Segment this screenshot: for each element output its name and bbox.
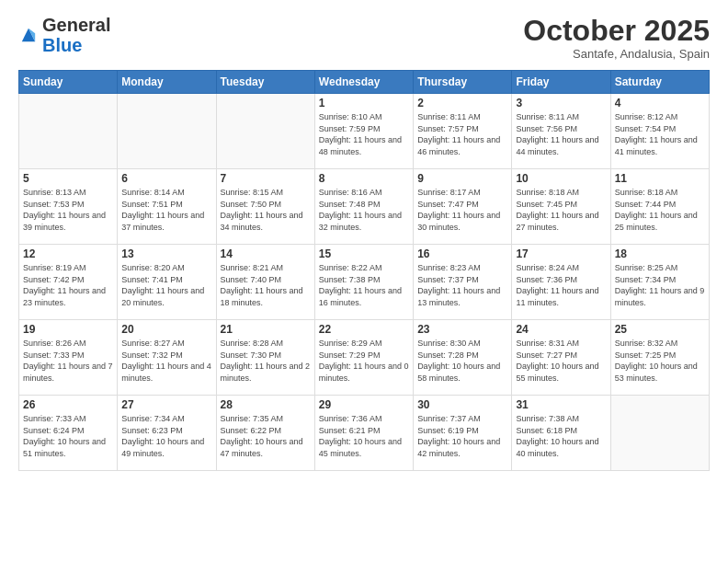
day-number: 29 — [319, 398, 409, 411]
logo-general: General — [42, 15, 110, 35]
calendar-week-row: 26Sunrise: 7:33 AMSunset: 6:24 PMDayligh… — [19, 396, 710, 471]
page: General Blue October 2025 Santafe, Andal… — [0, 0, 728, 563]
day-number: 23 — [417, 323, 507, 336]
table-row: 7Sunrise: 8:15 AMSunset: 7:50 PMDaylight… — [216, 169, 314, 245]
header-thursday: Thursday — [414, 71, 512, 94]
calendar-week-row: 19Sunrise: 8:26 AMSunset: 7:33 PMDayligh… — [19, 320, 710, 396]
day-info: Sunrise: 8:27 AMSunset: 7:32 PMDaylight:… — [121, 338, 211, 384]
day-info: Sunrise: 8:18 AMSunset: 7:45 PMDaylight:… — [516, 187, 606, 233]
table-row: 23Sunrise: 8:30 AMSunset: 7:28 PMDayligh… — [414, 320, 512, 396]
day-number: 14 — [221, 247, 311, 260]
day-info: Sunrise: 8:16 AMSunset: 7:48 PMDaylight:… — [319, 187, 409, 233]
day-number: 16 — [417, 247, 507, 260]
table-row: 26Sunrise: 7:33 AMSunset: 6:24 PMDayligh… — [19, 396, 118, 471]
table-row: 31Sunrise: 7:38 AMSunset: 6:18 PMDayligh… — [512, 396, 610, 471]
day-number: 20 — [121, 323, 211, 336]
table-row: 12Sunrise: 8:19 AMSunset: 7:42 PMDayligh… — [19, 245, 118, 320]
table-row: 17Sunrise: 8:24 AMSunset: 7:36 PMDayligh… — [512, 245, 610, 320]
table-row: 5Sunrise: 8:13 AMSunset: 7:53 PMDaylight… — [19, 169, 118, 245]
day-number: 7 — [221, 172, 311, 185]
day-info: Sunrise: 8:31 AMSunset: 7:27 PMDaylight:… — [516, 338, 606, 384]
table-row: 21Sunrise: 8:28 AMSunset: 7:30 PMDayligh… — [216, 320, 314, 396]
logo-icon — [20, 25, 37, 45]
day-number: 9 — [417, 172, 507, 185]
day-number: 19 — [23, 323, 113, 336]
table-row: 20Sunrise: 8:27 AMSunset: 7:32 PMDayligh… — [118, 320, 216, 396]
day-info: Sunrise: 8:24 AMSunset: 7:36 PMDaylight:… — [516, 262, 606, 308]
day-number: 4 — [615, 97, 705, 109]
table-row: 19Sunrise: 8:26 AMSunset: 7:33 PMDayligh… — [19, 320, 118, 396]
day-info: Sunrise: 8:11 AMSunset: 7:57 PMDaylight:… — [417, 111, 507, 157]
day-number: 2 — [417, 97, 507, 109]
day-info: Sunrise: 8:28 AMSunset: 7:30 PMDaylight:… — [221, 338, 311, 384]
day-info: Sunrise: 7:35 AMSunset: 6:22 PMDaylight:… — [221, 413, 311, 459]
table-row: 18Sunrise: 8:25 AMSunset: 7:34 PMDayligh… — [610, 245, 709, 320]
day-number: 26 — [23, 398, 113, 411]
day-info: Sunrise: 8:18 AMSunset: 7:44 PMDaylight:… — [615, 187, 705, 233]
day-info: Sunrise: 7:38 AMSunset: 6:18 PMDaylight:… — [516, 413, 606, 459]
day-number: 6 — [121, 172, 211, 185]
table-row: 9Sunrise: 8:17 AMSunset: 7:47 PMDaylight… — [414, 169, 512, 245]
day-info: Sunrise: 8:10 AMSunset: 7:59 PMDaylight:… — [319, 111, 409, 157]
calendar-week-row: 1Sunrise: 8:10 AMSunset: 7:59 PMDaylight… — [19, 94, 710, 169]
day-number: 31 — [516, 398, 606, 411]
table-row: 4Sunrise: 8:12 AMSunset: 7:54 PMDaylight… — [610, 94, 709, 169]
header-tuesday: Tuesday — [216, 71, 314, 94]
day-info: Sunrise: 8:14 AMSunset: 7:51 PMDaylight:… — [121, 187, 211, 233]
day-info: Sunrise: 8:21 AMSunset: 7:40 PMDaylight:… — [221, 262, 311, 308]
header-monday: Monday — [118, 71, 216, 94]
day-number: 21 — [221, 323, 311, 336]
day-number: 28 — [221, 398, 311, 411]
day-number: 18 — [615, 247, 705, 260]
header-friday: Friday — [512, 71, 610, 94]
table-row: 22Sunrise: 8:29 AMSunset: 7:29 PMDayligh… — [314, 320, 413, 396]
calendar-week-row: 12Sunrise: 8:19 AMSunset: 7:42 PMDayligh… — [19, 245, 710, 320]
table-row: 25Sunrise: 8:32 AMSunset: 7:25 PMDayligh… — [610, 320, 709, 396]
table-row: 14Sunrise: 8:21 AMSunset: 7:40 PMDayligh… — [216, 245, 314, 320]
table-row: 16Sunrise: 8:23 AMSunset: 7:37 PMDayligh… — [414, 245, 512, 320]
title-area: October 2025 Santafe, Andalusia, Spain — [523, 15, 710, 61]
day-number: 15 — [319, 247, 409, 260]
calendar-table: Sunday Monday Tuesday Wednesday Thursday… — [18, 70, 710, 471]
day-number: 1 — [319, 97, 409, 109]
day-info: Sunrise: 7:34 AMSunset: 6:23 PMDaylight:… — [121, 413, 211, 459]
table-row: 1Sunrise: 8:10 AMSunset: 7:59 PMDaylight… — [314, 94, 413, 169]
day-number: 3 — [516, 97, 606, 109]
table-row — [216, 94, 314, 169]
day-info: Sunrise: 8:11 AMSunset: 7:56 PMDaylight:… — [516, 111, 606, 157]
day-info: Sunrise: 8:32 AMSunset: 7:25 PMDaylight:… — [615, 338, 705, 384]
day-number: 22 — [319, 323, 409, 336]
day-info: Sunrise: 8:22 AMSunset: 7:38 PMDaylight:… — [319, 262, 409, 308]
table-row: 27Sunrise: 7:34 AMSunset: 6:23 PMDayligh… — [118, 396, 216, 471]
header-sunday: Sunday — [19, 71, 118, 94]
day-number: 25 — [615, 323, 705, 336]
subtitle: Santafe, Andalusia, Spain — [523, 47, 710, 61]
day-number: 10 — [516, 172, 606, 185]
day-number: 5 — [23, 172, 113, 185]
day-info: Sunrise: 8:13 AMSunset: 7:53 PMDaylight:… — [23, 187, 113, 233]
table-row: 11Sunrise: 8:18 AMSunset: 7:44 PMDayligh… — [610, 169, 709, 245]
table-row: 2Sunrise: 8:11 AMSunset: 7:57 PMDaylight… — [414, 94, 512, 169]
table-row: 8Sunrise: 8:16 AMSunset: 7:48 PMDaylight… — [314, 169, 413, 245]
day-info: Sunrise: 8:17 AMSunset: 7:47 PMDaylight:… — [417, 187, 507, 233]
day-info: Sunrise: 8:26 AMSunset: 7:33 PMDaylight:… — [23, 338, 113, 384]
table-row — [19, 94, 118, 169]
table-row: 13Sunrise: 8:20 AMSunset: 7:41 PMDayligh… — [118, 245, 216, 320]
day-info: Sunrise: 7:37 AMSunset: 6:19 PMDaylight:… — [417, 413, 507, 459]
table-row: 24Sunrise: 8:31 AMSunset: 7:27 PMDayligh… — [512, 320, 610, 396]
logo: General Blue — [18, 15, 110, 55]
header-saturday: Saturday — [610, 71, 709, 94]
table-row: 10Sunrise: 8:18 AMSunset: 7:45 PMDayligh… — [512, 169, 610, 245]
table-row: 6Sunrise: 8:14 AMSunset: 7:51 PMDaylight… — [118, 169, 216, 245]
table-row: 30Sunrise: 7:37 AMSunset: 6:19 PMDayligh… — [414, 396, 512, 471]
day-number: 30 — [417, 398, 507, 411]
month-title: October 2025 — [523, 15, 710, 47]
day-info: Sunrise: 8:25 AMSunset: 7:34 PMDaylight:… — [615, 262, 705, 308]
table-row: 28Sunrise: 7:35 AMSunset: 6:22 PMDayligh… — [216, 396, 314, 471]
header: General Blue October 2025 Santafe, Andal… — [18, 15, 710, 61]
logo-blue: Blue — [42, 35, 110, 55]
day-info: Sunrise: 8:15 AMSunset: 7:50 PMDaylight:… — [221, 187, 311, 233]
table-row — [610, 396, 709, 471]
day-number: 27 — [121, 398, 211, 411]
day-info: Sunrise: 8:12 AMSunset: 7:54 PMDaylight:… — [615, 111, 705, 157]
